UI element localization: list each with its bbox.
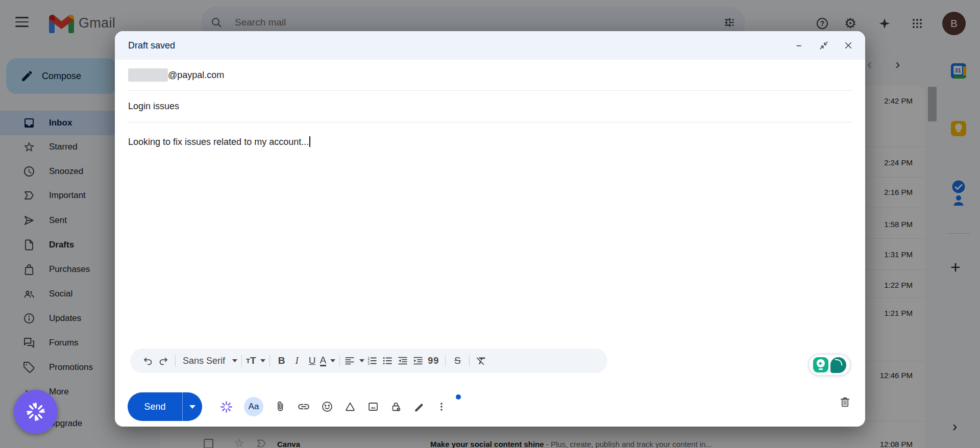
indent-less-button[interactable]	[395, 352, 410, 369]
mail-time: 1:21 PM	[884, 309, 913, 317]
important-marker-icon	[22, 189, 36, 202]
grammarly-logo-icon[interactable]	[830, 357, 846, 373]
apps-grid-button[interactable]	[906, 12, 928, 35]
toolbar-divider	[241, 355, 242, 366]
drive-icon[interactable]	[344, 401, 356, 413]
message-body-editor[interactable]: Looking to fix issues related to my acco…	[115, 122, 865, 346]
dropdown-caret-icon	[232, 359, 237, 362]
numbered-list-button[interactable]: 123	[364, 352, 380, 369]
bold-button[interactable]: B	[274, 352, 289, 369]
older-page-icon[interactable]: ›	[895, 57, 900, 71]
text-color-menu[interactable]: A	[320, 352, 336, 369]
gmail-app: Gmail ? ⚙ B Compose	[0, 0, 980, 448]
toolbar-divider	[469, 355, 470, 366]
calendar-icon[interactable]: 31	[951, 63, 966, 79]
newer-page-icon[interactable]: ‹	[867, 57, 872, 71]
exit-fullscreen-icon[interactable]	[818, 40, 829, 51]
redo-button[interactable]	[156, 352, 171, 369]
gear-icon: ⚙	[844, 17, 856, 31]
dropdown-caret-icon	[330, 359, 335, 362]
mail-time: 1:22 PM	[884, 281, 913, 289]
italic-button[interactable]: I	[289, 352, 305, 369]
clock-icon	[22, 165, 36, 178]
rail-divider	[947, 233, 970, 234]
formatting-options-button[interactable]: Aa	[244, 397, 263, 416]
insert-image-icon[interactable]	[367, 401, 379, 413]
compose-header[interactable]: Draft saved	[115, 31, 865, 60]
dropdown-caret-icon	[189, 405, 195, 409]
insert-link-icon[interactable]	[297, 400, 310, 413]
row-important-icon[interactable]	[256, 438, 267, 448]
subject-field[interactable]: Login issues	[115, 91, 865, 122]
main-menu-icon[interactable]	[15, 17, 29, 27]
minimize-icon[interactable]	[794, 40, 805, 51]
dropdown-caret-icon	[359, 359, 364, 362]
notification-dot	[456, 394, 461, 400]
keep-icon[interactable]	[951, 121, 966, 136]
row-checkbox[interactable]	[204, 439, 213, 448]
row-star-icon[interactable]: ☆	[234, 437, 244, 448]
grammarly-suggestion-icon[interactable]: ✦	[813, 357, 828, 372]
compose-action-icons: Aa	[219, 392, 447, 421]
star-icon	[22, 141, 36, 153]
account-avatar[interactable]: B	[942, 12, 966, 35]
recipient-field[interactable]: @paypal.com	[115, 60, 865, 90]
close-icon[interactable]	[843, 40, 854, 51]
compose-button[interactable]: Compose	[6, 58, 117, 94]
send-button-group: Send	[128, 392, 202, 421]
gemini-button[interactable]	[873, 12, 896, 35]
add-addon-icon[interactable]: +	[950, 257, 961, 277]
bulleted-list-button[interactable]	[380, 352, 395, 369]
tasks-icon[interactable]	[951, 179, 966, 194]
recipient-domain: @paypal.com	[168, 70, 224, 81]
help-icon: ?	[817, 18, 828, 29]
sparkle-icon	[878, 17, 891, 30]
contacts-icon[interactable]	[951, 193, 966, 208]
send-plane-icon	[22, 214, 36, 227]
more-options-icon[interactable]	[436, 401, 447, 412]
send-options-button[interactable]	[182, 392, 202, 421]
font-family-menu[interactable]: Sans Serif	[180, 352, 237, 369]
mail-time: 2:24 PM	[884, 158, 913, 167]
strikethrough-button[interactable]: S	[450, 352, 465, 369]
extension-fab[interactable]	[14, 390, 58, 434]
toolbar-divider	[445, 355, 446, 366]
discard-draft-icon[interactable]	[839, 395, 851, 408]
toolbar-divider	[175, 355, 176, 366]
underline-button[interactable]: U	[305, 352, 320, 369]
mail-time: 1:58 PM	[884, 220, 913, 229]
compose-label: Compose	[42, 71, 81, 82]
hide-side-panel-icon[interactable]: ›	[952, 418, 957, 435]
mail-time: 2:42 PM	[884, 96, 913, 105]
compose-window: Draft saved @paypal.com Login	[115, 31, 865, 427]
confidential-mode-icon[interactable]	[390, 401, 402, 413]
pencil-icon	[20, 69, 34, 83]
draft-file-icon	[22, 239, 36, 251]
inbox-icon	[22, 117, 36, 129]
undo-button[interactable]	[140, 352, 156, 369]
gmail-logo-icon	[49, 14, 74, 33]
toolbar-divider	[270, 355, 270, 366]
starburst-icon	[25, 401, 46, 422]
align-menu[interactable]	[344, 352, 364, 369]
search-icon[interactable]	[210, 16, 223, 29]
quote-button[interactable]: 99	[426, 352, 441, 369]
svg-text:3: 3	[368, 362, 370, 365]
search-input[interactable]	[235, 17, 723, 28]
indent-more-button[interactable]	[410, 352, 426, 369]
search-options-icon[interactable]	[723, 16, 736, 29]
list-scrollbar-thumb[interactable]	[928, 87, 937, 121]
mail-time: 1:31 PM	[884, 250, 913, 259]
grammarly-widget[interactable]: ✦	[808, 354, 851, 376]
gmail-wordmark: Gmail	[79, 15, 115, 31]
extension-starburst-icon[interactable]	[219, 400, 233, 414]
send-button[interactable]: Send	[128, 392, 182, 421]
remove-formatting-button[interactable]	[474, 352, 489, 369]
tag-icon	[22, 361, 36, 374]
signature-pen-icon[interactable]	[413, 401, 425, 413]
row-sender: Canva	[277, 440, 300, 448]
font-size-menu[interactable]: TT	[246, 352, 265, 369]
insert-emoji-icon[interactable]	[321, 401, 333, 413]
shopping-bag-icon	[22, 263, 36, 276]
attach-file-icon[interactable]	[274, 401, 286, 413]
